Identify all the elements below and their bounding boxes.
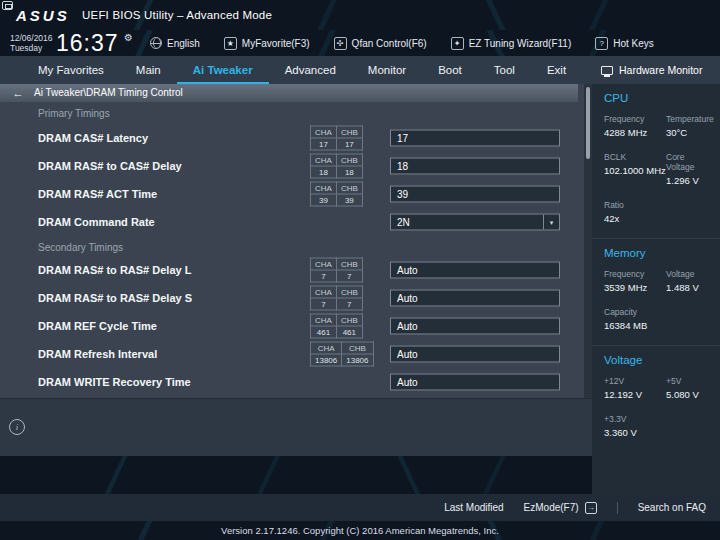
cha-value: 7 — [311, 270, 337, 282]
memory-frequency: Frequency 3539 MHz — [604, 269, 666, 293]
cha-value: 7 — [311, 298, 337, 310]
value-select[interactable]: 2N ▾ — [390, 214, 560, 231]
hot-keys-button[interactable]: ? Hot Keys — [595, 37, 654, 50]
cpu-section: CPU Frequency 4288 MHz Temperature 30°C … — [592, 84, 720, 238]
keyboard-icon — [2, 1, 13, 10]
value-input[interactable]: 18 — [390, 158, 560, 175]
voltage-12v: +12V 12.192 V — [604, 376, 666, 400]
tab-exit[interactable]: Exit — [531, 56, 582, 84]
cha-header: CHA — [311, 314, 337, 326]
info-icon: i — [9, 419, 25, 435]
chb-header: CHB — [336, 314, 362, 326]
tab-ai-tweaker[interactable]: Ai Tweaker — [177, 56, 269, 84]
setting-label: DRAM RAS# ACT Time — [38, 188, 157, 200]
cpu-ratio: Ratio 42x — [604, 200, 666, 224]
tab-main[interactable]: Main — [120, 56, 177, 84]
cha-header: CHA — [311, 154, 337, 166]
channel-values-table: CHACHB 1380613806 — [310, 342, 374, 367]
question-icon: ? — [595, 37, 608, 50]
bottom-bar: Last Modified EzMode(F7) → Search on FAQ — [0, 494, 720, 521]
channel-values-table: CHACHB 3939 — [310, 182, 363, 207]
ezmode-button[interactable]: EzMode(F7) → — [524, 502, 597, 514]
value-input[interactable]: Auto — [390, 374, 560, 391]
channel-values-table: CHACHB 1818 — [310, 154, 363, 179]
search-faq-label: Search on FAQ — [638, 502, 706, 513]
cha-value: 13806 — [311, 354, 342, 366]
hardware-monitor-panel: CPU Frequency 4288 MHz Temperature 30°C … — [592, 84, 720, 494]
search-faq-button[interactable]: Search on FAQ — [638, 502, 706, 513]
clock-settings-icon[interactable]: ⚙ — [124, 32, 133, 43]
globe-icon — [150, 37, 162, 49]
datetime: 12/06/2016 Tuesday — [10, 33, 53, 53]
last-modified-label: Last Modified — [444, 502, 503, 513]
value-input[interactable]: Auto — [390, 262, 560, 279]
tab-my-favorites[interactable]: My Favorites — [22, 56, 120, 84]
help-panel: i — [0, 398, 592, 456]
chb-value: 461 — [336, 326, 362, 338]
language-label: English — [167, 38, 200, 49]
chb-value: 7 — [336, 270, 362, 282]
value-input[interactable]: 17 — [390, 130, 560, 147]
memory-voltage: Voltage 1.488 V — [666, 269, 708, 293]
cha-header: CHA — [311, 286, 337, 298]
date-label: 12/06/2016 — [10, 33, 53, 43]
channel-values-table: CHACHB 1717 — [310, 126, 363, 151]
value-input[interactable]: 39 — [390, 186, 560, 203]
app-title: UEFI BIOS Utility – Advanced Mode — [82, 9, 272, 21]
setting-row-ref-cycle-time: DRAM REF Cycle Time CHACHB 461461 Auto — [0, 312, 584, 340]
my-favorite-button[interactable]: ★ MyFavorite(F3) — [224, 37, 310, 50]
hot-keys-label: Hot Keys — [613, 38, 654, 49]
hardware-monitor-header: Hardware Monitor — [592, 56, 720, 84]
tab-advanced[interactable]: Advanced — [269, 56, 352, 84]
cpu-frequency: Frequency 4288 MHz — [604, 114, 666, 138]
ezmode-label: EzMode(F7) — [524, 502, 579, 513]
channel-values-table: CHACHB 461461 — [310, 314, 363, 339]
setting-row-ras-act-time: DRAM RAS# ACT Time CHACHB 3939 39 — [0, 180, 584, 208]
qfan-control-button[interactable]: ✣ Qfan Control(F6) — [334, 37, 427, 50]
scrollbar[interactable] — [584, 84, 592, 398]
ezmode-icon: → — [585, 502, 597, 514]
setting-row-refresh-interval: DRAM Refresh Interval CHACHB 1380613806 … — [0, 340, 584, 368]
breadcrumb: ← Ai Tweaker\DRAM Timing Control — [0, 84, 578, 102]
chb-header: CHB — [336, 182, 362, 194]
hardware-monitor-title: Hardware Monitor — [619, 64, 702, 76]
chb-header: CHB — [336, 126, 362, 138]
cha-value: 17 — [311, 138, 337, 150]
value-input[interactable]: Auto — [390, 290, 560, 307]
setting-label: DRAM CAS# Latency — [38, 132, 148, 144]
cha-value: 18 — [311, 166, 337, 178]
star-icon: ★ — [224, 37, 237, 50]
tab-tool[interactable]: Tool — [478, 56, 531, 84]
setting-label: DRAM Command Rate — [38, 216, 155, 228]
divider — [617, 502, 618, 514]
ez-tuning-wizard-button[interactable]: ✦ EZ Tuning Wizard(F11) — [451, 37, 572, 50]
last-modified-button[interactable]: Last Modified — [444, 502, 503, 513]
channel-values-table: CHACHB 77 — [310, 258, 363, 283]
decorative-strip — [0, 456, 592, 494]
wand-icon: ✦ — [451, 37, 464, 50]
toolbar: 12/06/2016 Tuesday 16:37 ⚙ English ★ MyF… — [0, 30, 720, 56]
qfan-label: Qfan Control(F6) — [352, 38, 427, 49]
cha-header: CHA — [311, 126, 337, 138]
voltage-title: Voltage — [604, 354, 708, 366]
chb-value: 39 — [336, 194, 362, 206]
selected-option: 2N — [397, 217, 410, 228]
memory-title: Memory — [604, 247, 708, 259]
cha-header: CHA — [311, 182, 337, 194]
language-button[interactable]: English — [150, 37, 200, 49]
setting-label: DRAM Refresh Interval — [38, 348, 157, 360]
setting-label: DRAM REF Cycle Time — [38, 320, 157, 332]
cpu-title: CPU — [604, 92, 708, 104]
scrollbar-thumb[interactable] — [586, 87, 590, 159]
value-input[interactable]: Auto — [390, 346, 560, 363]
tab-monitor[interactable]: Monitor — [352, 56, 422, 84]
back-icon[interactable]: ← — [8, 84, 28, 102]
channel-values-table: CHACHB 77 — [310, 286, 363, 311]
cha-header: CHA — [311, 342, 342, 354]
cpu-temperature: Temperature 30°C — [666, 114, 714, 138]
bios-screen: ASUS UEFI BIOS Utility – Advanced Mode 1… — [0, 0, 720, 540]
value-input[interactable]: Auto — [390, 318, 560, 335]
cha-value: 461 — [311, 326, 337, 338]
tab-boot[interactable]: Boot — [422, 56, 478, 84]
section-secondary-timings: Secondary Timings — [38, 242, 123, 253]
